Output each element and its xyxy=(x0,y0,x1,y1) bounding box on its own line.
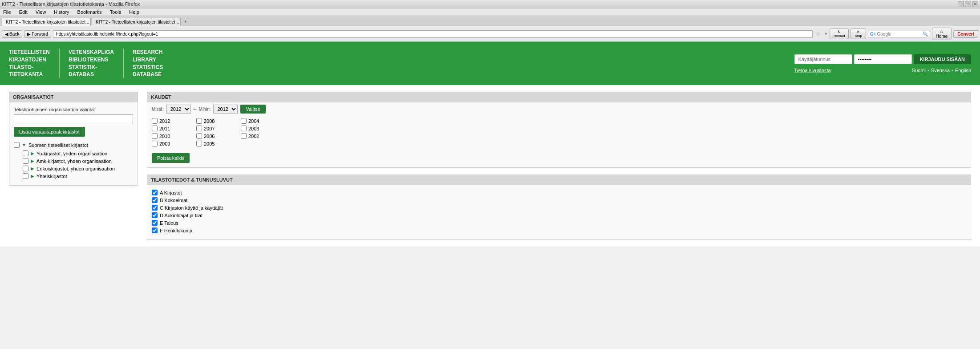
tilasto-item-d: D Aukioloajat ja tilat xyxy=(152,212,966,218)
year-2011-label: 2011 xyxy=(159,126,170,131)
logo-fi-line4: TIETOKANTA xyxy=(9,71,50,78)
site-header: TIETEELLISTEN KIRJASTOJEN TILASTO- TIETO… xyxy=(0,42,980,85)
menu-help[interactable]: Help xyxy=(128,9,141,15)
year-item-2003: 2003 xyxy=(241,126,276,131)
convert-button[interactable]: Convert xyxy=(953,30,978,38)
tree-item-1-arrow-icon[interactable]: ▶ xyxy=(31,151,34,156)
new-tab-btn[interactable]: + xyxy=(182,17,190,26)
menu-history[interactable]: History xyxy=(53,9,70,15)
tree-item-1-checkbox[interactable] xyxy=(23,150,28,156)
forward-button[interactable]: ▶ Forward xyxy=(24,30,51,38)
back-icon: ◀ xyxy=(5,32,8,37)
tree-root-arrow-icon[interactable]: ▼ xyxy=(22,142,26,147)
text-org-input[interactable] xyxy=(14,114,133,123)
tilasto-f-checkbox[interactable] xyxy=(152,227,158,233)
window-controls[interactable]: _ □ ✕ xyxy=(958,1,978,7)
tab-2[interactable]: KITT2 - Tieteellisten kirjastojen tilast… xyxy=(92,18,181,26)
year-2009-checkbox[interactable] xyxy=(152,141,158,146)
tilasto-d-checkbox[interactable] xyxy=(152,212,158,218)
reload-button[interactable]: ↻ Reload xyxy=(830,28,849,39)
home-icon: ⌂ xyxy=(940,29,943,34)
back-button[interactable]: ◀ Back xyxy=(2,30,22,38)
from-year-select[interactable]: 2012 2011201020092008 2007200620052004 2… xyxy=(166,105,191,114)
year-item-2010: 2010 xyxy=(152,133,187,139)
tree-item-2-arrow-icon[interactable]: ▶ xyxy=(31,158,34,163)
dropdown-arrow-icon[interactable]: ▼ xyxy=(824,32,828,36)
tilasto-b-checkbox[interactable] xyxy=(152,197,158,203)
password-input[interactable] xyxy=(854,54,912,64)
year-2012-checkbox[interactable] xyxy=(152,118,158,124)
tree-item-4: ▶ Yhteiskirjastot xyxy=(23,173,133,179)
logo-fi: TIETEELLISTEN KIRJASTOJEN TILASTO- TIETO… xyxy=(9,49,60,78)
close-btn[interactable]: ✕ xyxy=(972,1,978,7)
tilasto-e-checkbox[interactable] xyxy=(152,220,158,226)
reload-label: Reload xyxy=(834,34,845,38)
tree-item-3-arrow-icon[interactable]: ▶ xyxy=(31,166,34,171)
menu-file[interactable]: File xyxy=(2,9,12,15)
to-year-select[interactable]: 2012 2011201020092008 2007200620052004 2… xyxy=(213,105,238,114)
tab-1[interactable]: KITT2 - Tieteellisten kirjastojen tilast… xyxy=(2,18,91,26)
header-right: KIRJAUDU SISÄÄN Tietoa sivustosta Suomi … xyxy=(794,54,971,73)
tree-item-2-checkbox[interactable] xyxy=(23,158,28,164)
stop-icon: ✕ xyxy=(857,30,860,34)
logo-sv-line1: VETENSKAPLIGA xyxy=(69,49,114,56)
year-2008-checkbox[interactable] xyxy=(196,118,202,124)
year-2002-label: 2002 xyxy=(248,134,259,139)
add-library-btn[interactable]: Lisää vapaakappalekirjastot xyxy=(14,127,85,137)
logo-en-line4: DATABASE xyxy=(133,71,163,78)
year-2005-checkbox[interactable] xyxy=(196,141,202,146)
username-input[interactable] xyxy=(794,54,852,64)
period-selectors: Mistä: 2012 2011201020092008 20072006200… xyxy=(147,102,971,116)
google-search-input[interactable] xyxy=(877,32,922,37)
home-button[interactable]: ⌂ Home xyxy=(932,28,952,40)
tree-item-4-checkbox[interactable] xyxy=(23,173,28,179)
year-2010-checkbox[interactable] xyxy=(152,133,158,139)
tree-item-3-label: Erikoiskirjastot, yhden organisaation xyxy=(36,166,115,171)
maximize-btn[interactable]: □ xyxy=(965,1,971,7)
year-item-2005: 2005 xyxy=(196,141,232,146)
year-2007-checkbox[interactable] xyxy=(196,126,202,131)
tilasto-c-checkbox[interactable] xyxy=(152,205,158,211)
browser-menubar: File Edit View History Bookmarks Tools H… xyxy=(0,8,980,16)
about-link[interactable]: Tietoa sivustosta xyxy=(794,68,831,73)
stop-button[interactable]: ✕ Stop xyxy=(850,28,866,39)
logo-sv-line4: DATABAS xyxy=(69,71,114,78)
right-panel: KAUDET Mistä: 2012 2011201020092008 2007… xyxy=(147,92,971,240)
google-search-icon[interactable]: 🔍 xyxy=(923,32,928,37)
menu-view[interactable]: View xyxy=(34,9,48,15)
lang-fi[interactable]: Suomi xyxy=(912,68,926,73)
year-item-2011: 2011 xyxy=(152,126,187,131)
year-item-2009: 2009 xyxy=(152,141,187,146)
bookmark-star-icon[interactable]: ☆ xyxy=(814,31,822,37)
tilasto-c-label: C Kirjaston käyttö ja käyttäjät xyxy=(160,205,223,211)
org-panel-header: ORGANISAATIOT xyxy=(9,92,138,102)
menu-tools[interactable]: Tools xyxy=(109,9,123,15)
browser-title: KITT2 - Tieteellisten kirjastojen tilast… xyxy=(2,1,140,7)
url-bar[interactable] xyxy=(53,30,813,38)
minimize-btn[interactable]: _ xyxy=(958,1,964,7)
year-grid: 2012 2008 2004 2011 xyxy=(147,116,971,151)
poista-button[interactable]: Poista kaikki xyxy=(152,153,190,163)
year-2004-checkbox[interactable] xyxy=(241,118,247,124)
valitse-label: Valitse xyxy=(246,106,260,112)
home-label: Home xyxy=(936,34,948,39)
google-search-box[interactable]: G+ 🔍 xyxy=(868,31,930,37)
tree-item-3-checkbox[interactable] xyxy=(23,166,28,171)
logo-sv: VETENSKAPLIGA BIBLIOTEKENS STATISTIK- DA… xyxy=(60,49,124,78)
lang-sv[interactable]: Svenska xyxy=(931,68,950,73)
mihin-label: Mihin: xyxy=(199,107,211,112)
year-2006-checkbox[interactable] xyxy=(196,133,202,139)
year-2003-checkbox[interactable] xyxy=(241,126,247,131)
tree-item-4-arrow-icon[interactable]: ▶ xyxy=(31,174,34,179)
menu-edit[interactable]: Edit xyxy=(18,9,29,15)
year-2002-checkbox[interactable] xyxy=(241,133,247,139)
menu-bookmarks[interactable]: Bookmarks xyxy=(76,9,103,15)
valitse-button[interactable]: Valitse xyxy=(240,105,265,114)
login-button[interactable]: KIRJAUDU SISÄÄN xyxy=(914,54,971,64)
year-2011-checkbox[interactable] xyxy=(152,126,158,131)
tree-root-checkbox[interactable] xyxy=(14,142,20,148)
lang-en[interactable]: English xyxy=(955,68,971,73)
tilasto-a-checkbox[interactable] xyxy=(152,190,158,195)
logo-en-line2: LIBRARY xyxy=(133,56,163,64)
browser-navbar: ◀ Back ▶ Forward ☆ ▼ ↻ Reload ✕ Stop G+ … xyxy=(0,26,980,42)
